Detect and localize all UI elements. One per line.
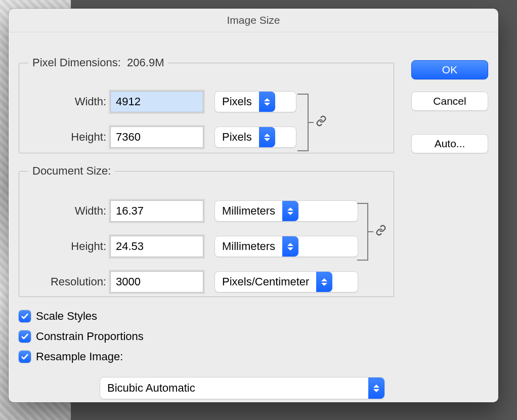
resample-method-value: Bicubic Automatic: [100, 382, 368, 395]
pixel-height-unit-select[interactable]: Pixels: [214, 127, 296, 148]
scale-styles-label: Scale Styles: [36, 310, 97, 323]
stepper-icon: [282, 201, 298, 221]
checkbox-checked-icon: [19, 330, 31, 343]
resolution-unit-select[interactable]: Pixels/Centimeter: [214, 271, 358, 292]
document-height-input[interactable]: [110, 236, 203, 257]
pixel-height-label: Height:: [19, 131, 110, 144]
dialog-buttons: OK Cancel Auto...: [411, 60, 488, 165]
pixel-height-unit-value: Pixels: [215, 131, 259, 144]
resample-image-label: Resample Image:: [36, 350, 123, 363]
document-size-legend: Document Size:: [28, 164, 115, 178]
auto-button[interactable]: Auto...: [411, 134, 488, 153]
bracket-icon: [297, 94, 309, 151]
pixel-link-indicator: [297, 94, 330, 151]
document-height-unit-value: Millimeters: [215, 240, 282, 253]
document-height-row: Height: Millimeters: [19, 234, 394, 259]
stepper-icon: [259, 127, 275, 147]
pixel-width-unit-select[interactable]: Pixels: [214, 91, 296, 112]
stepper-icon: [316, 272, 332, 292]
checkbox-checked-icon: [19, 351, 31, 363]
document-height-unit-select[interactable]: Millimeters: [214, 236, 358, 257]
ok-button[interactable]: OK: [411, 60, 488, 79]
document-size-group: Document Size: Width: Millimeters Height…: [19, 164, 394, 297]
dialog-content: Pixel Dimensions: 206.9M Width: Pixels H…: [19, 44, 488, 395]
options-checkboxes: Scale Styles Constrain Proportions Resam…: [19, 306, 144, 367]
pixel-width-unit-value: Pixels: [215, 95, 259, 108]
stepper-icon: [259, 92, 275, 112]
pixel-width-input[interactable]: [110, 91, 203, 112]
chain-link-icon[interactable]: [316, 115, 327, 130]
resample-method-select[interactable]: Bicubic Automatic: [100, 377, 385, 399]
pixel-dimensions-size: 206.9M: [127, 56, 164, 69]
cancel-button[interactable]: Cancel: [411, 92, 488, 111]
document-link-indicator: [357, 203, 390, 261]
pixel-dimensions-legend: Pixel Dimensions: 206.9M: [28, 56, 168, 69]
stepper-icon: [282, 236, 298, 257]
constrain-proportions-checkbox[interactable]: Constrain Proportions: [19, 326, 144, 347]
document-width-unit-value: Millimeters: [215, 204, 282, 218]
document-height-label: Height:: [19, 240, 110, 253]
pixel-dimensions-label: Pixel Dimensions:: [32, 56, 121, 69]
scale-styles-checkbox[interactable]: Scale Styles: [19, 306, 144, 326]
resolution-input[interactable]: [110, 271, 203, 292]
checkbox-checked-icon: [19, 310, 31, 322]
document-width-unit-select[interactable]: Millimeters: [214, 200, 358, 222]
pixel-height-input[interactable]: [110, 127, 203, 148]
resolution-row: Resolution: Pixels/Centimeter: [19, 270, 394, 294]
document-width-row: Width: Millimeters: [19, 199, 394, 223]
resolution-unit-value: Pixels/Centimeter: [215, 275, 316, 288]
bracket-icon: [357, 203, 368, 261]
pixel-height-row: Height: Pixels: [19, 125, 394, 149]
pixel-width-row: Width: Pixels: [19, 90, 394, 114]
document-width-label: Width:: [19, 204, 110, 218]
pixel-dimensions-group: Pixel Dimensions: 206.9M Width: Pixels H…: [19, 56, 394, 153]
pixel-width-label: Width:: [19, 95, 110, 108]
stepper-icon: [368, 377, 384, 399]
document-width-input[interactable]: [110, 200, 203, 222]
image-size-dialog: Image Size Pixel Dimensions: 206.9M Widt…: [9, 9, 498, 402]
constrain-proportions-label: Constrain Proportions: [36, 330, 144, 343]
chain-link-icon[interactable]: [375, 225, 386, 239]
resolution-label: Resolution:: [19, 275, 110, 288]
resample-image-checkbox[interactable]: Resample Image:: [19, 347, 144, 367]
dialog-title: Image Size: [9, 9, 498, 32]
